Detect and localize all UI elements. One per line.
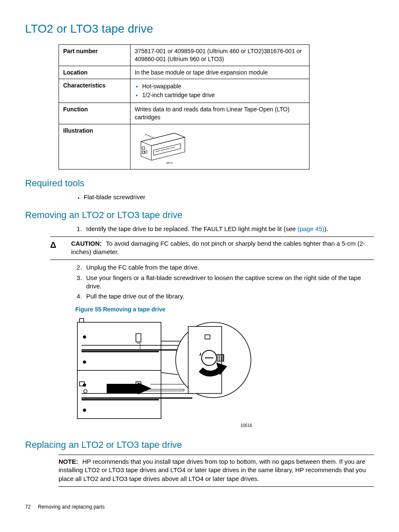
table-row: Function Writes data to and reads data f…: [59, 103, 309, 124]
step-2: Unplug the FC cable from the tape drive.: [84, 263, 374, 272]
page-title: LTO2 or LTO3 tape drive: [25, 21, 374, 37]
svg-point-10: [83, 409, 86, 411]
tools-list: Flat-blade screwdriver: [25, 193, 374, 201]
spec-illustration: a00111: [130, 124, 309, 170]
spec-label: Illustration: [59, 124, 130, 170]
list-item: 1/2-inch cartridge tape drive: [142, 91, 305, 99]
list-item: Hot-swappable: [142, 82, 305, 90]
caution-callout: Δ CAUTION:To avoid damaging FC cables, d…: [50, 236, 374, 260]
figure-55: 10516: [75, 316, 374, 431]
note-text: HP recommends that you install tape driv…: [59, 458, 366, 482]
spec-value: Hot-swappable 1/2-inch cartridge tape dr…: [130, 79, 309, 103]
section-heading-replacing: Replacing an LTO2 or LTO3 tape drive: [25, 439, 374, 451]
note-callout: NOTE:HP recommends that you install tape…: [59, 455, 374, 487]
spec-value: 375817-001 or 409859-001 (Ultrium 460 or…: [130, 44, 309, 66]
table-row: Characteristics Hot-swappable 1/2-inch c…: [59, 79, 309, 103]
step-3: Use your fingers or a flat-blade screwdr…: [84, 274, 374, 291]
steps-list-cont: Unplug the FC cable from the tape drive.…: [25, 263, 374, 301]
note-label: NOTE:: [59, 458, 78, 465]
section-heading-required-tools: Required tools: [25, 177, 374, 190]
page-number: 72: [25, 504, 31, 510]
svg-point-2: [145, 151, 147, 153]
spec-table: Part number 375817-001 or 409859-001 (Ul…: [59, 44, 309, 170]
step-1: Identify the tape drive to be replaced. …: [84, 225, 374, 233]
svg-rect-0: [142, 147, 145, 149]
svg-point-6: [83, 336, 86, 338]
spec-label: Location: [59, 66, 130, 79]
page-footer: 72 Removing and replacing parts: [25, 504, 374, 510]
spec-value: Writes data to and reads data from Linea…: [130, 103, 309, 124]
list-item: Flat-blade screwdriver: [84, 193, 374, 201]
table-row: Location In the base module or tape driv…: [59, 66, 309, 79]
page-45-link[interactable]: (page 45): [297, 225, 324, 232]
figure-caption: Figure 55 Removing a tape drive: [75, 306, 374, 314]
table-row: Illustration a00111: [59, 124, 309, 170]
caution-icon: Δ: [50, 239, 71, 251]
spec-value: In the base module or tape drive expansi…: [130, 66, 309, 79]
section-heading-removing: Removing an LTO2 or LTO3 tape drive: [25, 209, 374, 221]
table-row: Part number 375817-001 or 409859-001 (Ul…: [59, 44, 309, 66]
removing-tape-drive-illustration: 10516: [75, 316, 255, 429]
spec-label: Part number: [59, 44, 130, 66]
footer-section: Removing and replacing parts: [38, 504, 105, 510]
step-4: Pull the tape drive out of the library.: [84, 292, 374, 301]
caution-text: To avoid damaging FC cables, do not pinc…: [71, 240, 365, 255]
step-text: Identify the tape drive to be replaced. …: [86, 225, 297, 232]
figure-ref: 10516: [240, 423, 252, 428]
steps-list: Identify the tape drive to be replaced. …: [25, 225, 374, 233]
spec-label: Function: [59, 103, 130, 124]
svg-rect-1: [142, 151, 145, 154]
svg-point-7: [83, 361, 86, 363]
caution-label: CAUTION:: [71, 240, 102, 247]
spec-label: Characteristics: [59, 79, 130, 103]
step-text: ).: [325, 225, 328, 232]
svg-text:a00111: a00111: [166, 162, 173, 164]
tape-drive-illustration: a00111: [135, 127, 189, 164]
